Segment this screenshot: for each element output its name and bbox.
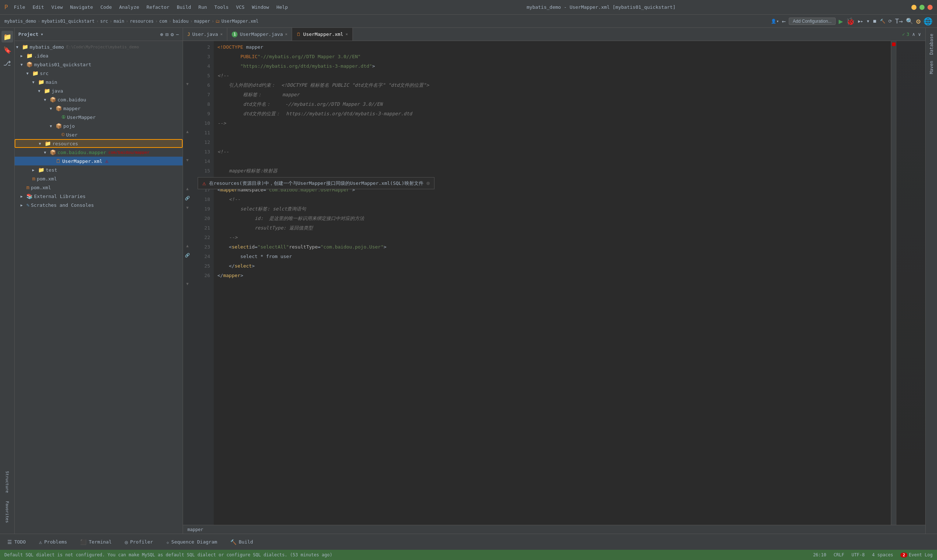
tree-item-pojo-pkg[interactable]: ▼ 📦 pojo xyxy=(15,122,183,130)
sync-button[interactable]: ⟳ xyxy=(888,18,892,24)
tree-item-module[interactable]: ▼ 📦 mybatis01_quickstart xyxy=(15,60,183,69)
avatar[interactable]: 🌐 xyxy=(923,17,932,26)
toolbar: 👤▾ ← Add Configuration... ▶ 🐞 ▶▸ ▾ ⏹ 🔨 ⟳… xyxy=(771,17,932,26)
line-separator[interactable]: CRLF xyxy=(834,552,845,557)
tab-user-java[interactable]: J User.java × xyxy=(183,28,227,41)
menu-vcs[interactable]: VCS xyxy=(233,4,248,11)
close-tab-mapper[interactable]: × xyxy=(285,32,288,37)
project-dropdown-icon[interactable]: ▾ xyxy=(41,31,43,37)
tab-usermapper-xml[interactable]: 🗒 UserMapper.xml × xyxy=(292,28,352,41)
build-button[interactable]: 🔨 xyxy=(880,18,885,24)
database-panel-tab[interactable]: Database xyxy=(928,31,935,58)
profiler-tool[interactable]: ◎ Profiler xyxy=(122,538,156,546)
structure-tool-button[interactable]: Structure xyxy=(5,469,9,495)
tree-item-pom2[interactable]: ▶ m pom.xml xyxy=(15,183,183,192)
minimap xyxy=(896,41,925,525)
right-error-gutter xyxy=(891,41,896,525)
tree-item-ext-libs[interactable]: ▶ 📚 External Libraries xyxy=(15,192,183,201)
git-tool-button[interactable]: ⎇ xyxy=(2,57,13,69)
code-line-25: </select> xyxy=(217,262,891,271)
todo-tool[interactable]: ☰ TODO xyxy=(5,538,29,546)
breadcrumb-file[interactable]: 🗂 UserMapper.xml xyxy=(215,18,258,24)
locate-file-icon[interactable]: ⊕ xyxy=(160,31,163,37)
favorites-tool-button[interactable]: Favorites xyxy=(5,499,9,525)
tab-usermapper-java[interactable]: 1 UserMapper.java × xyxy=(227,28,292,41)
menu-run[interactable]: Run xyxy=(195,4,210,11)
sequence-diagram-tool[interactable]: ⬦ Sequence Diagram xyxy=(163,538,220,546)
breadcrumb-src[interactable]: src xyxy=(100,18,108,24)
breadcrumb-mapper[interactable]: mapper xyxy=(194,18,210,24)
tooltip-close-icon[interactable]: ⊗ xyxy=(426,180,430,187)
menu-tools[interactable]: Tools xyxy=(212,4,232,11)
add-configuration-button[interactable]: Add Configuration... xyxy=(789,18,835,25)
more-run-options[interactable]: ▾ xyxy=(866,18,870,25)
tree-item-java[interactable]: ▼ 📁 java xyxy=(15,86,183,95)
menu-file[interactable]: File xyxy=(11,4,28,11)
vcs-icon[interactable]: 👤▾ xyxy=(771,18,779,24)
menu-view[interactable]: View xyxy=(48,4,66,11)
menu-help[interactable]: Help xyxy=(274,4,291,11)
tree-item-mapper-pkg[interactable]: ▼ 📦 mapper xyxy=(15,104,183,113)
menu-refactor[interactable]: Refactor xyxy=(143,4,172,11)
menu-navigate[interactable]: Navigate xyxy=(67,4,96,11)
build-tool[interactable]: 🔨 Build xyxy=(227,538,256,546)
nav-up-icon[interactable]: ∧ xyxy=(912,31,915,37)
nav-down-icon[interactable]: ∨ xyxy=(918,31,921,37)
tree-item-resources[interactable]: ▼ 📁 resources xyxy=(15,139,183,148)
breadcrumb-resources[interactable]: resources xyxy=(130,18,154,24)
problems-tool[interactable]: ⚠ Problems xyxy=(36,538,70,546)
search-icon[interactable]: 🔍 xyxy=(906,18,913,25)
tree-item-scratches[interactable]: ▶ ✎ Scratches and Consoles xyxy=(15,201,183,209)
indent-setting[interactable]: 4 spaces xyxy=(872,552,894,557)
tree-item-idea[interactable]: ▶ 📁 .idea xyxy=(15,51,183,60)
tree-item-usermapper-xml[interactable]: ▶ 🗒 UserMapper.xml ⚠ xyxy=(15,157,183,165)
menu-build[interactable]: Build xyxy=(174,4,194,11)
stop-button[interactable]: ⏹ xyxy=(872,18,877,24)
breadcrumb-com[interactable]: com xyxy=(159,18,167,24)
menu-analyze[interactable]: Analyze xyxy=(116,4,142,11)
tree-item-user-class[interactable]: ▶ © User xyxy=(15,130,183,139)
tree-item-pom1[interactable]: ▶ m pom.xml xyxy=(15,174,183,183)
close-tab-xml[interactable]: × xyxy=(346,32,348,37)
bookmark-tool-button[interactable]: 🔖 xyxy=(2,44,13,55)
code-line-20: id: 是这里的唯一标识用来绑定接口中对应的方法 xyxy=(217,214,891,223)
menu-code[interactable]: Code xyxy=(97,4,115,11)
tree-item-res-mapper-pkg[interactable]: ▼ 📦 com.baidou.mapper com/baidou/mapper xyxy=(15,148,183,157)
breadcrumb-project[interactable]: mybatis_demo xyxy=(5,18,36,24)
tree-item-main[interactable]: ▼ 📁 main xyxy=(15,78,183,86)
project-tool-button[interactable]: 📁 xyxy=(2,31,13,43)
tree-item-src[interactable]: ▼ 📁 src xyxy=(15,69,183,78)
breadcrumb-module[interactable]: mybatis01_quickstart xyxy=(42,18,95,24)
code-editor[interactable]: ▼ ▲ ▼ ▲ 🔗 ▼ ▲ 🔗 ▼ xyxy=(183,41,925,525)
bottom-toolbar: ☰ TODO ⚠ Problems ⬛ Terminal ◎ Profiler … xyxy=(0,534,937,550)
maven-panel-tab[interactable]: Maven xyxy=(928,58,935,77)
run-button[interactable]: ▶ xyxy=(839,17,843,26)
breadcrumb-baidou[interactable]: baidou xyxy=(173,18,189,24)
tree-item-usermapper-java[interactable]: ▶ ① UserMapper xyxy=(15,113,183,122)
event-log[interactable]: 2 Event Log xyxy=(900,552,932,557)
tree-item-com-baidou[interactable]: ▼ 📦 com.baidou xyxy=(15,95,183,104)
settings-icon[interactable]: ⚙ xyxy=(171,31,174,37)
file-charset[interactable]: UTF-8 xyxy=(851,552,865,557)
collapse-all-icon[interactable]: ⊟ xyxy=(165,31,168,37)
tree-item-test[interactable]: ▶ 📁 test xyxy=(15,165,183,174)
run-with-coverage-button[interactable]: ▶▸ xyxy=(858,18,863,24)
minimize-button[interactable] xyxy=(911,5,917,10)
breadcrumb-main[interactable]: main xyxy=(114,18,125,24)
maximize-button[interactable] xyxy=(919,5,925,10)
close-tab-user[interactable]: × xyxy=(220,32,223,37)
back-icon[interactable]: ← xyxy=(782,17,786,25)
translate-icon[interactable]: T→ xyxy=(895,17,903,25)
close-panel-icon[interactable]: − xyxy=(176,31,179,37)
settings-icon[interactable]: ⚙ xyxy=(916,17,920,26)
terminal-tool[interactable]: ⬛ Terminal xyxy=(77,538,115,546)
tree-item-root[interactable]: ▼ 📁 mybatis_demo E:\Code\MyProject\mybat… xyxy=(15,43,183,51)
close-button[interactable] xyxy=(928,5,932,10)
cursor-position[interactable]: 26:10 xyxy=(813,552,826,557)
main-layout: 📁 🔖 ⎇ Structure Favorites Project ▾ ⊕ ⊟ … xyxy=(0,28,937,534)
code-content[interactable]: <!DOCTYPE mapper PUBLIC "-//mybatis.org/… xyxy=(214,41,891,525)
menu-edit[interactable]: Edit xyxy=(30,4,47,11)
menu-window[interactable]: Window xyxy=(249,4,272,11)
code-line-15: mapper根标签:映射器 xyxy=(217,166,891,176)
debug-button[interactable]: 🐞 xyxy=(846,17,855,26)
